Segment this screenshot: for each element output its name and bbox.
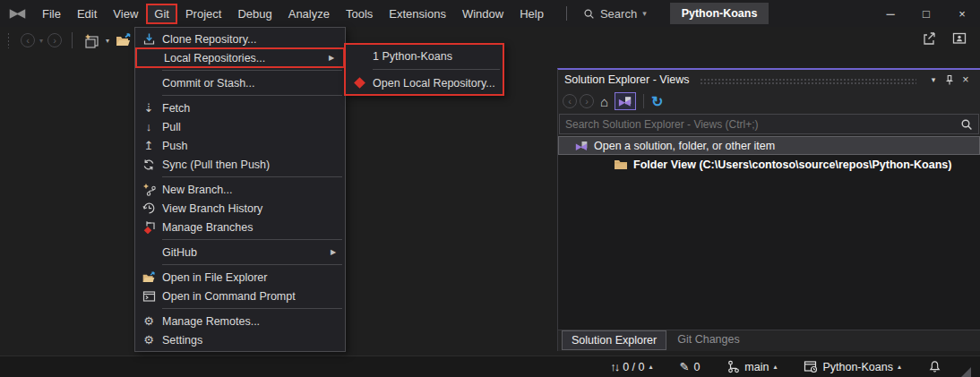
tree-row-open-solution[interactable]: Open a solution, folder, or other item <box>558 136 980 155</box>
panel-drag-grip[interactable] <box>700 78 916 85</box>
toolbar-separator <box>72 32 73 48</box>
navigate-back-button[interactable]: ‹ <box>21 33 35 47</box>
visual-studio-solution-icon <box>575 141 589 151</box>
feedback-icon[interactable] <box>951 30 967 47</box>
gear-icon: ⚙ <box>135 334 162 346</box>
panel-forward-button[interactable]: › <box>580 94 594 108</box>
menu-separator <box>135 67 345 73</box>
menu-item-github[interactable]: GitHub ▶ <box>135 243 345 261</box>
panel-bottom-tabs: Solution Explorer Git Changes <box>558 330 980 351</box>
toolbar-drag-grip[interactable] <box>6 32 11 48</box>
minimize-button[interactable]: ─ <box>873 0 908 27</box>
title-bar: File Edit View Git Project Debug Analyze… <box>0 0 980 27</box>
menu-separator <box>346 66 503 73</box>
notifications-bell-icon[interactable] <box>928 360 941 373</box>
menu-file[interactable]: File <box>34 4 69 24</box>
menu-item-manage-remotes[interactable]: ⚙ Manage Remotes... <box>135 312 345 330</box>
pending-changes-status[interactable]: ✎ 0 <box>679 360 700 373</box>
panel-title: Solution Explorer - Views <box>564 73 689 86</box>
folder-icon <box>614 159 628 170</box>
menu-view[interactable]: View <box>105 4 146 24</box>
panel-options-caret-icon[interactable]: ▾ <box>925 75 941 84</box>
menu-item-clone-repository[interactable]: Clone Repository... <box>135 30 345 48</box>
menu-item-new-branch[interactable]: New Branch... <box>135 180 345 199</box>
menu-separator <box>135 305 345 312</box>
submenu-arrow-icon: ▶ <box>331 248 345 256</box>
menu-window[interactable]: Window <box>454 4 511 24</box>
sync-count: 0 / 0 <box>623 361 644 373</box>
manage-branches-icon <box>135 220 162 234</box>
menu-tools[interactable]: Tools <box>338 4 381 24</box>
menu-item-settings[interactable]: ⚙ Settings <box>135 330 345 349</box>
repository-name: Python-Koans <box>822 361 893 373</box>
menu-git[interactable]: Git <box>146 4 177 24</box>
caret-up-icon: ▴ <box>773 363 777 371</box>
local-repository-icon <box>346 79 373 87</box>
panel-close-icon[interactable]: × <box>958 73 974 86</box>
close-button[interactable]: × <box>944 0 980 27</box>
current-branch-status[interactable]: main ▴ <box>726 360 777 373</box>
repository-icon <box>804 360 818 373</box>
search-icon[interactable] <box>960 118 973 131</box>
sync-commits-status[interactable]: ↑↓ 0 / 0 ▴ <box>610 360 652 373</box>
menu-item-open-in-command-prompt[interactable]: Open in Command Prompt <box>135 287 345 305</box>
new-project-button[interactable] <box>83 33 100 48</box>
tab-solution-explorer[interactable]: Solution Explorer <box>562 330 666 350</box>
navigate-back-caret-icon[interactable]: ▾ <box>39 37 43 45</box>
switch-views-button[interactable] <box>615 92 636 110</box>
panel-back-button[interactable]: ‹ <box>563 94 577 108</box>
menu-item-push[interactable]: ↥ Push <box>135 136 345 155</box>
caret-up-icon: ▴ <box>649 363 652 371</box>
menu-item-local-repositories[interactable]: Local Repositories... ▶ <box>135 47 345 68</box>
menu-help[interactable]: Help <box>511 4 552 24</box>
menu-item-pull[interactable]: ↓ Pull <box>135 117 345 136</box>
panel-title-bar[interactable]: Solution Explorer - Views ▾ × <box>558 70 980 90</box>
solution-search-input[interactable] <box>565 118 960 131</box>
up-down-arrows-icon: ↑↓ <box>610 360 618 373</box>
menu-item-sync[interactable]: Sync (Pull then Push) <box>135 155 345 174</box>
branch-history-icon <box>135 201 162 215</box>
pin-icon[interactable] <box>941 74 958 86</box>
solution-search-box[interactable] <box>559 114 979 134</box>
search-control[interactable]: Search ▾ <box>578 7 652 21</box>
local-repositories-submenu: 1 Python-Koans Open Local Repository... <box>344 43 504 96</box>
search-caret-icon[interactable]: ▾ <box>642 9 647 18</box>
menu-analyze[interactable]: Analyze <box>280 4 338 24</box>
tree-row-folder-view[interactable]: Folder View (C:\Users\contoso\source\rep… <box>558 155 980 174</box>
home-icon[interactable]: ⌂ <box>600 94 608 109</box>
search-icon <box>583 8 595 20</box>
menu-extensions[interactable]: Extensions <box>381 4 454 24</box>
new-project-caret-icon[interactable]: ▾ <box>106 37 109 45</box>
tree-empty-area[interactable] <box>558 174 980 330</box>
new-branch-icon <box>135 183 162 196</box>
branch-name: main <box>744 361 769 373</box>
changes-count: 0 <box>693 361 700 373</box>
tab-git-changes[interactable]: Git Changes <box>668 330 748 348</box>
menu-item-view-branch-history[interactable]: View Branch History <box>135 199 345 218</box>
menu-item-fetch[interactable]: ⇣ Fetch <box>135 99 345 117</box>
menu-debug[interactable]: Debug <box>229 4 279 24</box>
submenu-item-python-koans[interactable]: 1 Python-Koans <box>346 46 503 66</box>
window-resize-grip[interactable] <box>961 367 971 377</box>
menu-item-open-in-file-explorer[interactable]: Open in File Explorer <box>135 268 345 287</box>
current-repository-status[interactable]: Python-Koans ▴ <box>804 360 901 373</box>
menu-item-manage-branches[interactable]: Manage Branches <box>135 218 345 236</box>
refresh-icon[interactable]: ↻ <box>651 93 663 110</box>
file-explorer-icon <box>135 271 162 284</box>
submenu-item-open-local-repository[interactable]: Open Local Repository... <box>346 73 503 93</box>
submenu-arrow-icon: ▶ <box>329 54 343 62</box>
share-icon[interactable] <box>921 30 937 47</box>
open-folder-button[interactable] <box>115 33 132 47</box>
navigate-forward-button[interactable]: › <box>47 33 62 47</box>
clone-repository-icon <box>135 32 162 46</box>
panel-toolbar: ‹ › ⌂ ↻ <box>558 90 980 113</box>
menu-project[interactable]: Project <box>177 4 229 24</box>
menu-separator <box>135 174 345 180</box>
titlebar-separator <box>566 6 567 21</box>
menu-item-commit-or-stash[interactable]: Commit or Stash... <box>135 73 345 92</box>
menu-edit[interactable]: Edit <box>69 4 105 24</box>
menu-separator <box>135 261 345 268</box>
maximize-button[interactable]: □ <box>908 0 944 27</box>
visual-studio-logo-icon <box>0 7 34 21</box>
pencil-icon: ✎ <box>679 360 689 373</box>
